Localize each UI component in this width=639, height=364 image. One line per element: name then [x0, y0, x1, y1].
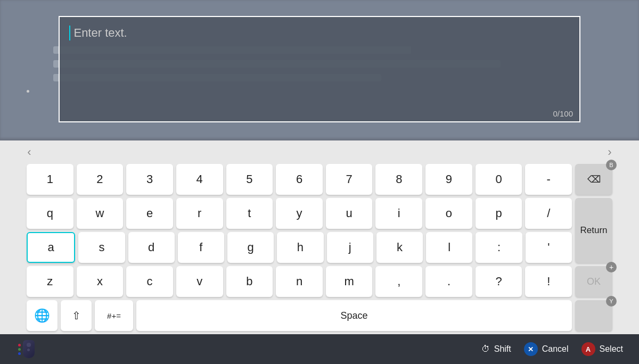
key-backspace[interactable]: ⌫ B: [575, 164, 612, 195]
joycon-dots: [18, 344, 21, 355]
key-j[interactable]: j: [327, 232, 373, 263]
key-h[interactable]: h: [277, 232, 323, 263]
key-8[interactable]: 8: [375, 164, 422, 195]
key-k[interactable]: k: [376, 232, 423, 263]
key-comma[interactable]: ,: [375, 266, 422, 297]
cancel-label: Cancel: [542, 344, 569, 354]
select-label: Select: [600, 344, 623, 354]
shift-icon-bottom: ⏱: [481, 344, 490, 354]
key-s[interactable]: s: [78, 232, 125, 263]
key-x[interactable]: x: [77, 266, 124, 297]
cancel-icon: ✕: [528, 345, 534, 353]
key-2[interactable]: 2: [77, 164, 124, 195]
text-input-area[interactable]: Enter text. 0/100: [59, 16, 580, 122]
bottom-action-shift: ⏱ Shift: [481, 344, 511, 354]
key-row-numbers: 1 2 3 4 5 6 7 8 9 0 -: [27, 164, 572, 195]
key-9[interactable]: 9: [425, 164, 472, 195]
space-label: Space: [340, 310, 367, 321]
key-globe[interactable]: 🌐: [27, 300, 58, 331]
key-space[interactable]: Space: [136, 300, 572, 331]
char-count: 0/100: [60, 107, 579, 121]
badge-y: Y: [606, 296, 617, 307]
key-colon[interactable]: :: [476, 232, 522, 263]
key-6[interactable]: 6: [276, 164, 323, 195]
key-o[interactable]: o: [425, 198, 472, 229]
keyboard-area: ‹ › 1 2 3 4 5 6 7 8 9 0 -: [0, 140, 639, 364]
key-symbols[interactable]: #+=: [95, 300, 133, 331]
bottom-left: [16, 339, 36, 359]
key-4[interactable]: 4: [176, 164, 223, 195]
select-icon: A: [586, 345, 591, 353]
main-keys-area: 1 2 3 4 5 6 7 8 9 0 - q w e r: [27, 164, 612, 334]
bottom-right: ⏱ Shift ✕ Cancel A Select: [481, 342, 623, 356]
key-c[interactable]: c: [126, 266, 173, 297]
key-1[interactable]: 1: [27, 164, 73, 195]
key-slash[interactable]: /: [525, 198, 572, 229]
shift-label: Shift: [494, 344, 511, 354]
key-t[interactable]: t: [226, 198, 273, 229]
btn-a-circle: A: [581, 342, 595, 356]
key-7[interactable]: 7: [326, 164, 373, 195]
key-0[interactable]: 0: [476, 164, 522, 195]
shift-icon: ⇧: [72, 309, 81, 322]
key-3[interactable]: 3: [126, 164, 173, 195]
key-question[interactable]: ?: [476, 266, 522, 297]
right-column: ⌫ B Return OK + Y: [575, 164, 612, 331]
key-period[interactable]: .: [425, 266, 472, 297]
key-g[interactable]: g: [227, 232, 274, 263]
key-ok[interactable]: OK +: [575, 266, 612, 297]
key-exclaim[interactable]: !: [525, 266, 572, 297]
key-minus[interactable]: -: [525, 164, 572, 195]
key-return[interactable]: Return: [575, 198, 612, 263]
key-row-asdf: a s d f g h j k l : ': [27, 232, 572, 263]
nav-left-arrow[interactable]: ‹: [21, 145, 37, 159]
key-z[interactable]: z: [27, 266, 73, 297]
key-p[interactable]: p: [476, 198, 522, 229]
key-l[interactable]: l: [426, 232, 472, 263]
badge-b: B: [606, 160, 617, 170]
joycon-body: [23, 340, 35, 358]
key-f[interactable]: f: [178, 232, 224, 263]
symbol-label: #+=: [107, 311, 121, 320]
key-r[interactable]: r: [176, 198, 223, 229]
keys-container: 1 2 3 4 5 6 7 8 9 0 - q w e r: [0, 164, 639, 334]
key-row-zxcv: z x c v b n m , . ? !: [27, 266, 572, 297]
nav-row: ‹ ›: [0, 140, 639, 164]
key-y-badge[interactable]: Y: [575, 300, 612, 331]
globe-icon: 🌐: [34, 308, 50, 323]
key-d[interactable]: d: [128, 232, 175, 263]
bottom-action-select[interactable]: A Select: [581, 342, 623, 356]
bottom-action-cancel[interactable]: ✕ Cancel: [524, 342, 569, 356]
key-a[interactable]: a: [27, 232, 75, 263]
text-input-inner[interactable]: Enter text.: [60, 17, 579, 107]
btn-x-circle: ✕: [524, 342, 538, 356]
key-v[interactable]: v: [176, 266, 223, 297]
joycon-icon: [16, 339, 36, 359]
placeholder-text: Enter text.: [73, 26, 127, 39]
key-apostrophe[interactable]: ': [526, 232, 572, 263]
key-w[interactable]: w: [77, 198, 124, 229]
key-q[interactable]: q: [27, 198, 73, 229]
nav-right-arrow[interactable]: ›: [602, 145, 618, 159]
backspace-label: ⌫: [587, 173, 601, 185]
key-b[interactable]: b: [226, 266, 273, 297]
key-row-qwerty: q w e r t y u i o p /: [27, 198, 572, 229]
key-5[interactable]: 5: [226, 164, 273, 195]
key-n[interactable]: n: [276, 266, 323, 297]
key-shift[interactable]: ⇧: [61, 300, 92, 331]
key-u[interactable]: u: [326, 198, 373, 229]
main-keys: 1 2 3 4 5 6 7 8 9 0 - q w e r: [27, 164, 572, 334]
key-y[interactable]: y: [276, 198, 323, 229]
text-cursor: [69, 26, 70, 40]
bottom-bar: ⏱ Shift ✕ Cancel A Select: [0, 334, 639, 364]
ok-label: OK: [587, 276, 601, 287]
return-label: Return: [580, 225, 607, 236]
key-m[interactable]: m: [326, 266, 373, 297]
key-row-bottom: 🌐 ⇧ #+= Space: [27, 300, 572, 331]
badge-plus: +: [606, 262, 617, 272]
key-i[interactable]: i: [375, 198, 422, 229]
key-e[interactable]: e: [126, 198, 173, 229]
